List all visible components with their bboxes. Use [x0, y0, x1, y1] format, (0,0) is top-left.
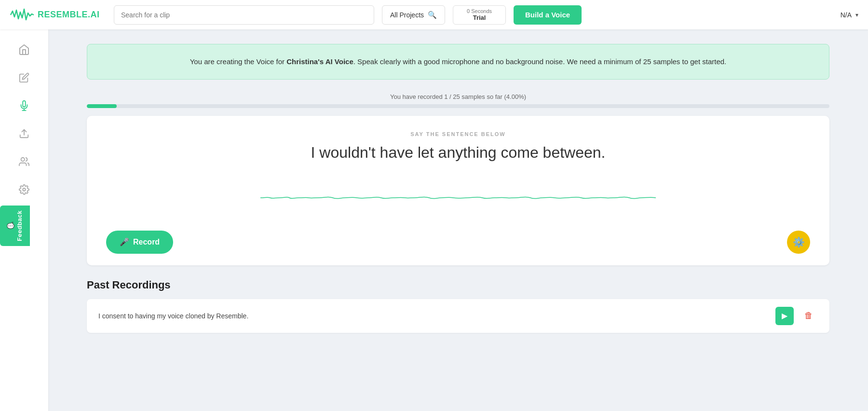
- microphone-icon: [19, 100, 29, 114]
- recording-card: SAY THE SENTENCE BELOW I wouldn't have l…: [87, 116, 829, 265]
- upload-icon: [19, 128, 29, 142]
- progress-label: You have recorded 1 / 25 samples so far …: [87, 93, 829, 100]
- header-right: N/A ▾: [841, 11, 858, 19]
- record-button[interactable]: 🎤 Record: [106, 231, 173, 254]
- sidebar-item-record[interactable]: [10, 95, 39, 119]
- all-projects-label: All Projects: [390, 11, 424, 19]
- say-label: SAY THE SENTENCE BELOW: [106, 131, 810, 137]
- main-content: You are creating the Voice for Christina…: [48, 29, 868, 411]
- sidebar-item-edit[interactable]: [10, 67, 39, 91]
- feedback-label: Feedback: [16, 210, 23, 241]
- logo-text: RESEMBLE.AI: [38, 10, 100, 20]
- banner-prefix: You are creating the Voice for: [190, 57, 286, 66]
- sentence-text: I wouldn't have let anything come betwee…: [106, 143, 810, 163]
- waveform-svg: [260, 183, 656, 212]
- search-icon: 🔍: [428, 11, 437, 19]
- team-icon: [19, 156, 29, 170]
- build-voice-button[interactable]: Build a Voice: [514, 5, 582, 25]
- gear-icon: [19, 184, 29, 198]
- past-recordings-section: Past Recordings I consent to having my v…: [87, 279, 829, 333]
- feedback-tab[interactable]: 💬 Feedback: [0, 206, 30, 246]
- play-icon: ▶: [782, 311, 787, 320]
- recording-row: I consent to having my voice cloned by R…: [87, 299, 829, 333]
- svg-point-3: [21, 158, 25, 161]
- progress-section: You have recorded 1 / 25 samples so far …: [87, 93, 829, 108]
- progress-bar-fill: [87, 104, 117, 108]
- progress-bar-background: [87, 104, 829, 108]
- sidebar-item-home[interactable]: [10, 39, 39, 63]
- card-controls: 🎤 Record ⚙️: [106, 231, 810, 254]
- svg-point-4: [23, 188, 26, 191]
- recording-actions: ▶ 🗑: [775, 307, 818, 325]
- trash-icon: 🗑: [804, 311, 813, 321]
- recording-row-text: I consent to having my voice cloned by R…: [98, 312, 248, 320]
- banner-voice-name: Christina's AI Voice: [286, 57, 353, 66]
- sidebar-item-upload[interactable]: [10, 123, 39, 147]
- info-banner: You are creating the Voice for Christina…: [87, 44, 829, 80]
- sidebar-item-settings[interactable]: [10, 179, 39, 203]
- search-input[interactable]: [114, 5, 374, 25]
- logo-area: RESEMBLE.AI: [10, 6, 106, 24]
- trial-seconds: 0 Seconds: [467, 8, 492, 14]
- header: RESEMBLE.AI All Projects 🔍 0 Seconds Tri…: [0, 0, 868, 29]
- chevron-down-icon[interactable]: ▾: [855, 12, 858, 18]
- past-recordings-title: Past Recordings: [87, 279, 829, 291]
- all-projects-button[interactable]: All Projects 🔍: [382, 5, 445, 25]
- logo-icon: [10, 6, 34, 24]
- play-button[interactable]: ▶: [775, 307, 794, 325]
- trial-area: 0 Seconds Trial: [453, 5, 506, 25]
- record-label: Record: [133, 238, 160, 247]
- main-layout: 💬 Feedback You are creating the Voice fo…: [0, 29, 868, 411]
- banner-suffix: . Speak clearly with a good microphone a…: [353, 57, 727, 66]
- mic-icon: 🎤: [120, 237, 129, 247]
- chat-icon: 💬: [7, 222, 14, 230]
- trial-label: Trial: [473, 14, 486, 21]
- sidebar-item-team[interactable]: [10, 151, 39, 175]
- delete-button[interactable]: 🗑: [800, 307, 818, 325]
- home-icon: [18, 44, 30, 58]
- settings-button[interactable]: ⚙️: [787, 231, 810, 254]
- edit-icon: [19, 72, 29, 86]
- settings-gear-icon: ⚙️: [793, 236, 805, 248]
- user-nav: N/A: [841, 11, 852, 19]
- waveform-area: [106, 178, 810, 217]
- feedback-tab-inner[interactable]: 💬 Feedback: [0, 206, 30, 246]
